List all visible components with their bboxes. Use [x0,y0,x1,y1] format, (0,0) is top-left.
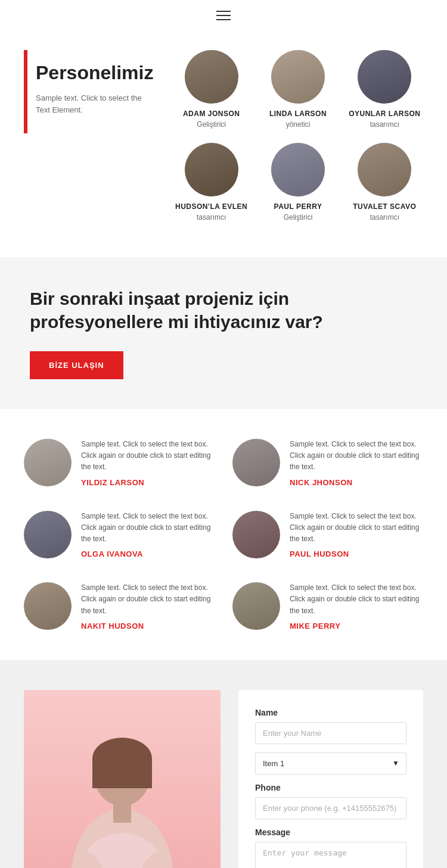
member-name: HUDSON'LA EVLEN [173,202,250,211]
staff-name: NICK JHONSON [290,478,423,487]
staff-grid: Sample text. Click to select the text bo… [24,439,423,630]
staff-item: Sample text. Click to select the text bo… [24,582,215,630]
cta-section: Bir sonraki inşaat projeniz için profesy… [0,257,447,409]
cta-button[interactable]: BİZE ULAŞIN [30,351,123,379]
team-description: Sample text. Click to select the Text El… [36,92,155,115]
staff-item: Sample text. Click to select the text bo… [232,582,423,630]
contact-image [24,690,221,868]
message-input[interactable] [255,842,406,868]
avatar [232,582,280,630]
team-member: PAUL PERRY Geliştirici [259,143,336,221]
member-role: Geliştirici [259,213,336,221]
member-role: Geliştirici [173,120,250,129]
message-label: Message [255,828,406,837]
contact-section: Name Item 1 Item 2 Item 3 ▼ Phone Messag… [0,660,447,868]
team-intro: Personelimiz Sample text. Click to selec… [24,50,155,221]
member-name: LINDA LARSON [259,110,336,118]
message-field-group: Message [255,828,406,868]
name-input[interactable] [255,722,406,744]
avatar [232,439,280,486]
staff-text: Sample text. Click to select the text bo… [81,511,215,545]
member-name: TUVALET SCAVO [346,202,423,211]
member-role: tasarımcı [346,213,423,221]
phone-field-group: Phone [255,783,406,819]
staff-name: MIKE PERRY [290,622,423,630]
contact-form: Name Item 1 Item 2 Item 3 ▼ Phone Messag… [238,690,423,868]
member-role: tasarımcı [346,120,423,129]
staff-name: PAUL HUDSON [290,549,423,558]
hamburger-icon[interactable] [216,11,231,20]
staff-section: Sample text. Click to select the text bo… [0,409,447,660]
staff-text: Sample text. Click to select the text bo… [290,439,423,473]
avatar [24,439,72,486]
staff-info: Sample text. Click to select the text bo… [290,582,423,630]
staff-item: Sample text. Click to select the text bo… [24,439,215,487]
member-name: PAUL PERRY [259,202,336,211]
staff-name: OLGA IVANOVA [81,549,215,558]
team-title: Personelimiz [36,62,155,84]
svg-rect-6 [113,802,131,823]
team-member: LINDA LARSON yönetici [259,50,336,129]
avatar [358,50,411,104]
team-section: Personelimiz Sample text. Click to selec… [0,26,447,257]
phone-input[interactable] [255,797,406,819]
staff-text: Sample text. Click to select the text bo… [290,511,423,545]
select-wrap: Item 1 Item 2 Item 3 ▼ [255,753,406,775]
team-member: HUDSON'LA EVLEN tasarımcı [173,143,250,221]
staff-info: Sample text. Click to select the text bo… [81,439,215,487]
staff-item: Sample text. Click to select the text bo… [24,511,215,559]
member-name: ADAM JONSON [173,110,250,118]
staff-name: NAKIT HUDSON [81,622,215,630]
team-member: ADAM JONSON Geliştirici [173,50,250,129]
name-label: Name [255,708,406,717]
staff-info: Sample text. Click to select the text bo… [290,511,423,559]
member-name: OYUNLAR LARSON [346,110,423,118]
staff-info: Sample text. Click to select the text bo… [81,582,215,630]
staff-name: YILDIZ LARSON [81,478,215,487]
avatar [358,143,411,196]
staff-item: Sample text. Click to select the text bo… [232,511,423,559]
staff-text: Sample text. Click to select the text bo… [290,582,423,617]
cta-title: Bir sonraki inşaat projeniz için profesy… [30,287,328,333]
team-member: OYUNLAR LARSON tasarımcı [346,50,423,129]
avatar [232,511,280,558]
member-role: tasarımcı [173,213,250,221]
staff-info: Sample text. Click to select the text bo… [290,439,423,487]
svg-rect-4 [92,758,152,788]
member-role: yönetici [259,120,336,129]
team-grid: ADAM JONSON Geliştirici LINDA LARSON yön… [173,50,423,221]
header [0,0,447,26]
item-select[interactable]: Item 1 Item 2 Item 3 [255,753,406,775]
avatar [185,143,238,196]
name-field-group: Name [255,708,406,744]
avatar [271,50,325,104]
staff-text: Sample text. Click to select the text bo… [81,439,215,473]
staff-text: Sample text. Click to select the text bo… [81,582,215,617]
avatar [24,511,72,558]
avatar [24,582,72,630]
phone-label: Phone [255,783,406,792]
staff-info: Sample text. Click to select the text bo… [81,511,215,559]
staff-item: Sample text. Click to select the text bo… [232,439,423,487]
avatar [271,143,325,196]
avatar [185,50,238,104]
team-member: TUVALET SCAVO tasarımcı [346,143,423,221]
